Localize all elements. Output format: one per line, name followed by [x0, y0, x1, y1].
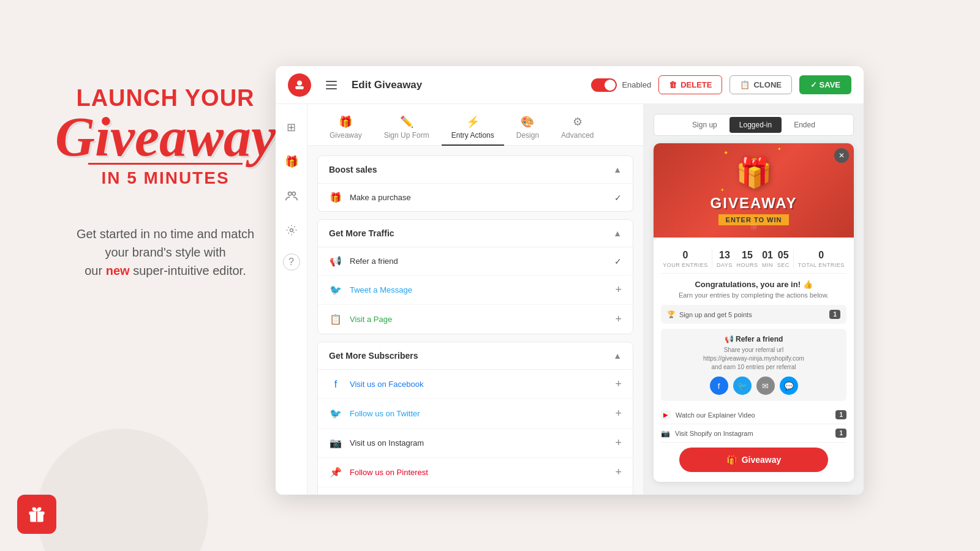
preview-tab-signup[interactable]: Sign up: [682, 117, 727, 133]
signup-tab-icon: ✏️: [400, 115, 413, 129]
tab-design[interactable]: 🎨 Design: [507, 110, 549, 146]
clone-button[interactable]: 📋 CLONE: [729, 75, 792, 94]
visit-page-label: Visit a Page: [350, 315, 608, 324]
subtitle-line1: Get started in no time and match: [77, 227, 254, 241]
subscribers-header[interactable]: Get More Subscribers ▲: [318, 342, 633, 369]
boost-sales-title: Boost sales: [329, 165, 377, 174]
refer-check: ✓: [614, 257, 622, 266]
instagram-badge: 1: [835, 429, 846, 438]
save-button[interactable]: ✓ SAVE: [799, 75, 851, 94]
giveaway-bottom-button[interactable]: 🎁 Giveaway: [679, 448, 827, 472]
delete-label: DELETE: [680, 80, 712, 89]
list-item[interactable]: ▶ Watch our Explainer Video 1: [661, 406, 846, 424]
preview-tab-loggedin[interactable]: Logged-in: [729, 117, 782, 133]
email-share-btn[interactable]: ✉: [756, 377, 775, 395]
tab-bar: 🎁 Giveaway ✏️ Sign Up Form ⚡ Entry Actio…: [307, 104, 643, 146]
signup-action-row[interactable]: 🏆 Sign up and get 5 points 1: [661, 305, 846, 324]
refer-section: 📢 Refer a friend Share your referral url…: [661, 329, 846, 401]
pinterest-label: Follow us on Pinterest: [350, 468, 608, 477]
center-panel: 🎁 Giveaway ✏️ Sign Up Form ⚡ Entry Actio…: [307, 104, 643, 495]
sidebar: ⊞ 🎁 ?: [276, 104, 307, 495]
subtitle-suffix: super-intuitive editor.: [130, 264, 246, 277]
hours-value: 15: [742, 250, 753, 261]
tab-signup-form[interactable]: ✏️ Sign Up Form: [374, 110, 439, 146]
enabled-toggle[interactable]: [591, 78, 617, 92]
delete-button[interactable]: 🗑 DELETE: [658, 75, 722, 94]
preview-banner: ✦ ✦ ✦ 🎁 GIVEAWAY ENTER TO WIN ❄: [654, 143, 854, 238]
subscribers-body: f Visit us on Facebook + 🐦 Follow us on …: [318, 369, 633, 495]
refer-icon: 📢: [329, 255, 342, 267]
sidebar-item-settings[interactable]: [281, 219, 303, 241]
traffic-title: Get More Traffic: [329, 228, 394, 238]
stats-row: 0 Your entries 13 DAYS 15 HOURS: [661, 245, 846, 274]
subtitle: Get started in no time and match your br…: [37, 225, 294, 280]
list-item[interactable]: f Visit us on Facebook +: [318, 370, 633, 399]
subtitle-line2: your brand's style with: [105, 246, 225, 259]
giveaway-tab-icon: 🎁: [339, 115, 352, 129]
preview-card: ✕ ✦ ✦ ✦ 🎁 GIVEAWAY ENTER TO WIN ❄: [654, 143, 854, 482]
message-share-btn[interactable]: 💬: [780, 377, 798, 395]
header-bar: Edit Giveaway Enabled 🗑 DELETE 📋 CLONE ✓…: [276, 66, 864, 104]
purchase-label: Make a purchase: [350, 193, 607, 202]
list-item[interactable]: ▶ Visit a YouTube Channel +: [318, 487, 633, 495]
in-5-minutes-text: IN 5 MINUTES: [37, 168, 294, 188]
svg-point-3: [292, 192, 295, 196]
days-stat: 13 DAYS: [717, 250, 733, 268]
subscribers-title: Get More Subscribers: [329, 351, 418, 361]
instagram-icon: 📷: [329, 437, 342, 449]
tweet-label: Tweet a Message: [350, 285, 608, 294]
scroll-content: Boost sales ▲ 🎁 Make a purchase ✓ G: [307, 146, 643, 495]
twitter-share-btn[interactable]: 🐦: [733, 377, 752, 395]
facebook-icon: f: [329, 379, 342, 390]
min-label: MIN: [762, 262, 773, 268]
stat-divider: [712, 250, 712, 268]
svg-rect-1: [295, 86, 303, 89]
list-item[interactable]: 🐦 Follow us on Twitter +: [318, 399, 633, 429]
instagram-preview-label: Visit Shopify on Instagram: [675, 430, 753, 437]
hours-label: HOURS: [736, 262, 758, 268]
purchase-check: ✓: [614, 193, 622, 203]
tweet-plus: +: [615, 283, 622, 296]
list-item[interactable]: 📷 Visit Shopify on Instagram 1: [661, 424, 846, 443]
get-more-traffic-section: Get More Traffic ▲ 📢 Refer a friend ✓ 🐦 …: [317, 219, 633, 334]
preview-panel: Sign up Logged-in Ended ✕ ✦ ✦ ✦ 🎁: [643, 104, 864, 495]
menu-button[interactable]: [321, 75, 342, 96]
boost-sales-header[interactable]: Boost sales ▲: [318, 156, 633, 183]
list-item[interactable]: 📋 Visit a Page +: [318, 305, 633, 334]
sidebar-item-users[interactable]: [281, 185, 303, 207]
preview-close-button[interactable]: ✕: [834, 148, 849, 163]
tab-giveaway[interactable]: 🎁 Giveaway: [320, 110, 372, 146]
svg-point-0: [297, 80, 302, 85]
min-value: 01: [762, 250, 773, 261]
sec-value: 05: [778, 250, 789, 261]
stat-divider-2: [793, 250, 794, 268]
traffic-body: 📢 Refer a friend ✓ 🐦 Tweet a Message + 📋…: [318, 247, 633, 334]
traffic-header[interactable]: Get More Traffic ▲: [318, 220, 633, 247]
sidebar-item-grid[interactable]: ⊞: [281, 116, 303, 138]
tab-entry-actions[interactable]: ⚡ Entry Actions: [442, 110, 504, 146]
hours-stat: 15 HOURS: [736, 250, 758, 268]
design-tab-icon: 🎨: [521, 115, 534, 129]
subscribers-chevron: ▲: [613, 351, 622, 361]
sec-label: SEC: [777, 262, 790, 268]
days-value: 13: [719, 250, 730, 261]
sidebar-item-help[interactable]: ?: [283, 253, 300, 271]
visit-page-icon: 📋: [329, 313, 342, 325]
your-entries-label: Your entries: [663, 262, 708, 268]
logo: [288, 73, 311, 97]
visit-page-plus: +: [615, 313, 622, 326]
preview-tab-ended[interactable]: Ended: [784, 117, 825, 133]
sidebar-item-gift[interactable]: 🎁: [281, 151, 303, 173]
list-item[interactable]: 🐦 Tweet a Message +: [318, 276, 633, 305]
signup-action-text: 🏆 Sign up and get 5 points: [667, 310, 752, 318]
boost-sales-chevron: ▲: [613, 165, 622, 174]
boost-sales-body: 🎁 Make a purchase ✓: [318, 183, 633, 211]
subtitle-prefix: our: [85, 264, 105, 277]
list-item[interactable]: 📌 Follow us on Pinterest +: [318, 458, 633, 487]
twitter-plus: +: [615, 407, 622, 420]
advanced-tab-label: Advanced: [561, 131, 594, 140]
facebook-share-btn[interactable]: f: [710, 377, 728, 395]
list-item[interactable]: 📷 Visit us on Instagram +: [318, 429, 633, 458]
giveaway-btn-icon: 🎁: [726, 455, 737, 465]
tab-advanced[interactable]: ⚙ Advanced: [551, 110, 603, 146]
